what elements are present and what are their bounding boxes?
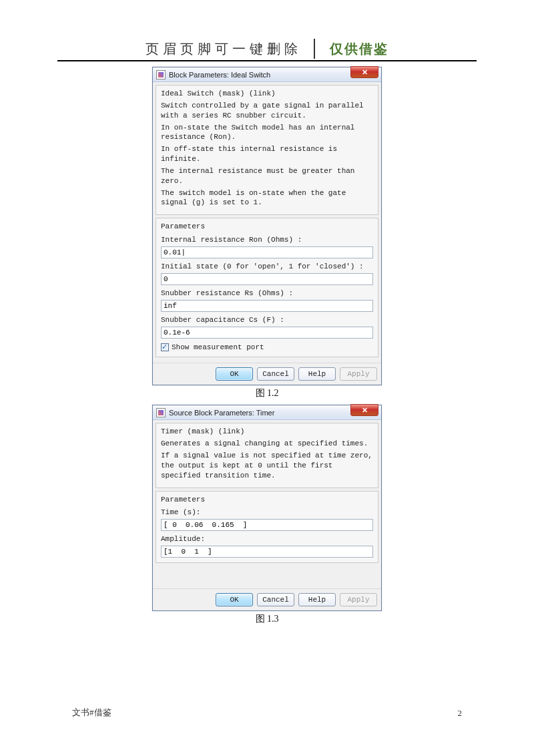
close-button[interactable]: ✕	[350, 66, 378, 78]
parameters-title: Parameters	[161, 222, 373, 232]
show-port-row[interactable]: Show measurement port	[161, 343, 373, 353]
dialog-source-block-parameters: Source Block Parameters: Timer ✕ Timer (…	[152, 405, 382, 611]
help-button[interactable]: Help	[298, 593, 336, 606]
header-right: 仅供借鉴	[315, 40, 388, 58]
desc-text: In off-state this internal resistance is…	[161, 144, 373, 164]
desc-text: If a signal value is not specified at ti…	[161, 451, 373, 481]
figure-caption: 图 1.2	[0, 387, 534, 399]
rs-label: Snubber resistance Rs (Ohms) :	[161, 289, 373, 299]
spacer	[156, 566, 378, 586]
amplitude-label: Amplitude:	[161, 534, 373, 544]
button-row: OK Cancel Help Apply	[153, 588, 381, 610]
apply-button[interactable]: Apply	[340, 367, 377, 381]
titlebar[interactable]: Block Parameters: Ideal Switch ✕	[153, 67, 381, 82]
ron-input[interactable]	[161, 246, 373, 258]
dialog-body: Timer (mask) (link) Generates a signal c…	[153, 420, 381, 588]
dialog-block-parameters: Block Parameters: Ideal Switch ✕ Ideal S…	[152, 67, 382, 385]
mask-title: Ideal Switch (mask) (link)	[161, 89, 373, 99]
header-rule	[57, 60, 477, 61]
checkbox-icon[interactable]	[161, 343, 169, 351]
time-input[interactable]	[161, 519, 373, 531]
show-port-label: Show measurement port	[172, 343, 264, 353]
app-icon	[156, 408, 166, 417]
page-header: 页眉页脚可一键删除 仅供借鉴	[0, 39, 534, 59]
desc-text: In on-state the Switch model has an inte…	[161, 123, 373, 143]
titlebar[interactable]: Source Block Parameters: Timer ✕	[153, 405, 381, 420]
button-row: OK Cancel Help Apply	[153, 363, 381, 385]
app-icon	[156, 70, 166, 79]
ok-button[interactable]: OK	[216, 367, 253, 381]
close-button[interactable]: ✕	[350, 404, 378, 416]
cancel-button[interactable]: Cancel	[257, 593, 294, 606]
parameters-panel: Parameters Internal resistance Ron (Ohms…	[156, 218, 378, 357]
description-panel: Ideal Switch (mask) (link) Switch contro…	[156, 85, 378, 215]
cancel-button[interactable]: Cancel	[257, 367, 294, 381]
description-panel: Timer (mask) (link) Generates a signal c…	[156, 423, 378, 488]
mask-title: Timer (mask) (link)	[161, 427, 373, 437]
desc-text: Switch controlled by a gate signal in pa…	[161, 101, 373, 121]
rs-input[interactable]	[161, 300, 373, 312]
cs-input[interactable]	[161, 327, 373, 339]
desc-text: The switch model is on-state when the ga…	[161, 188, 373, 208]
header-left: 页眉页脚可一键删除	[146, 40, 314, 58]
footer-left: 文书#借鉴	[72, 707, 111, 719]
time-label: Time (s):	[161, 508, 373, 518]
desc-text: Generates a signal changing at specified…	[161, 439, 373, 449]
page-number: 2	[458, 708, 463, 719]
initial-state-label: Initial state (0 for 'open', 1 for 'clos…	[161, 262, 373, 272]
help-button[interactable]: Help	[298, 367, 336, 381]
initial-state-input[interactable]	[161, 273, 373, 285]
parameters-title: Parameters	[161, 495, 373, 505]
ron-label: Internal resistance Ron (Ohms) :	[161, 235, 373, 245]
cs-label: Snubber capacitance Cs (F) :	[161, 315, 373, 325]
figure-caption: 图 1.3	[0, 613, 534, 625]
parameters-panel: Parameters Time (s): Amplitude:	[156, 491, 378, 564]
apply-button[interactable]: Apply	[340, 593, 377, 606]
content-area: Block Parameters: Ideal Switch ✕ Ideal S…	[0, 67, 534, 630]
desc-text: The internal resistance must be greater …	[161, 166, 373, 186]
window-title: Source Block Parameters: Timer	[169, 409, 274, 417]
ok-button[interactable]: OK	[216, 593, 253, 606]
window-title: Block Parameters: Ideal Switch	[169, 71, 270, 79]
amplitude-input[interactable]	[161, 546, 373, 558]
dialog-body: Ideal Switch (mask) (link) Switch contro…	[153, 82, 381, 363]
